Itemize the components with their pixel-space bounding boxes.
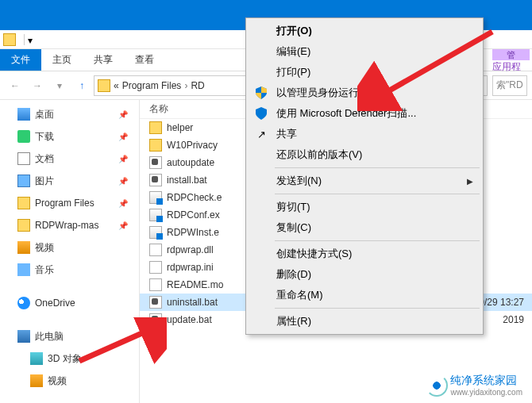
sidebar-item[interactable]: Program Files📌 (0, 192, 139, 214)
sidebar-item-label: 桌面 (35, 108, 114, 121)
folder-icon (149, 121, 162, 134)
tab-home[interactable]: 主页 (41, 49, 83, 71)
bat-icon (149, 296, 162, 309)
pin-icon: 📌 (118, 177, 128, 186)
sidebar-item-label: OneDrive (35, 297, 139, 309)
menu-item[interactable]: 还原以前的版本(V) (248, 144, 481, 165)
exe-icon (149, 226, 162, 239)
folder-icon (17, 197, 30, 209)
sidebar-item-label: 视频 (48, 374, 139, 388)
menu-item[interactable]: 属性(R) (248, 311, 481, 332)
video-icon (30, 374, 43, 387)
menu-item[interactable]: 剪切(T) (248, 197, 481, 217)
menu-item[interactable]: 使用 Microsoft Defender扫描... (248, 103, 481, 124)
sidebar-item-label: 3D 对象 (48, 352, 139, 366)
menu-item[interactable]: 打开(O) (248, 21, 481, 41)
file-tab[interactable]: 文件 (0, 49, 41, 71)
file-name: update.bat (167, 314, 212, 325)
dll-icon (149, 244, 162, 256)
chevron-right-icon: ▶ (467, 177, 473, 186)
video-icon (17, 241, 30, 254)
file-name: helper (167, 122, 193, 133)
menu-item-label: 属性(R) (276, 314, 311, 328)
recent-dropdown[interactable]: ▾ (49, 75, 70, 96)
breadcrumb-part[interactable]: RD (191, 80, 204, 91)
txt-icon (149, 261, 162, 274)
menu-item[interactable]: 编辑(E) (248, 41, 481, 62)
file-name: uninstall.bat (167, 297, 218, 308)
exe-icon (149, 209, 162, 221)
chevron-right-icon[interactable]: › (184, 80, 187, 91)
menu-item[interactable]: 重命名(M) (248, 285, 481, 305)
doc-icon (17, 152, 30, 165)
breadcrumb-prefix: « (114, 80, 119, 91)
sidebar-item[interactable]: 3D 对象 (0, 347, 139, 370)
pin-icon: 📌 (118, 110, 128, 119)
shield-icon (254, 86, 268, 100)
tab-share[interactable]: 共享 (83, 49, 124, 71)
search-input[interactable]: 索"RD (492, 75, 527, 96)
txt-icon (149, 278, 162, 291)
menu-item-label: 使用 Microsoft Defender扫描... (276, 106, 416, 121)
menu-item-label: 打印(P) (276, 65, 310, 79)
share-icon: ↗ (254, 127, 268, 141)
file-name: RDPCheck.e (167, 192, 222, 203)
menu-item[interactable]: ↗共享 (248, 124, 481, 144)
menu-item[interactable]: 发送到(N)▶ (248, 171, 481, 191)
file-name: install.bat (167, 175, 207, 186)
watermark-text: 纯净系统家园 (450, 374, 522, 388)
sidebar-item-label: 文档 (35, 152, 114, 166)
back-button[interactable]: ← (5, 75, 25, 96)
sidebar-thispc[interactable]: 此电脑 (0, 325, 139, 347)
folder-icon (149, 139, 162, 152)
file-name: autoupdate (167, 157, 214, 168)
menu-separator (275, 240, 480, 241)
sidebar-item[interactable]: 音乐 (0, 259, 139, 281)
sidebar-item[interactable]: 桌面📌 (0, 103, 139, 125)
folder-icon (98, 79, 110, 92)
sidebar-item[interactable]: 视频 (0, 236, 139, 259)
context-menu: 打开(O)编辑(E)打印(P)以管理员身份运行(A)使用 Microsoft D… (245, 17, 484, 335)
menu-item[interactable]: 以管理员身份运行(A) (248, 83, 481, 103)
qat-dropdown-icon[interactable]: ▾ (28, 35, 37, 44)
sidebar-item[interactable]: 图片📌 (0, 170, 139, 192)
menu-item[interactable]: 删除(D) (248, 264, 481, 285)
file-name: rdpwrap.dll (167, 244, 214, 255)
bat-icon (149, 174, 162, 186)
exe-icon (149, 191, 162, 204)
nav-pane: 桌面📌下载📌文档📌图片📌Program Files📌RDPWrap-mas📌视频… (0, 100, 140, 403)
sidebar-item[interactable]: RDPWrap-mas📌 (0, 214, 139, 236)
menu-item-label: 重命名(M) (276, 288, 323, 302)
menu-item-label: 共享 (276, 127, 297, 141)
tab-app-tools[interactable]: 应用程 (481, 60, 532, 74)
pin-icon: 📌 (118, 221, 128, 230)
tab-view[interactable]: 查看 (124, 49, 165, 71)
forward-button[interactable]: → (27, 75, 48, 96)
menu-item[interactable]: 复制(C) (248, 217, 481, 238)
file-name: RDPConf.ex (167, 209, 220, 221)
sidebar-onedrive[interactable]: OneDrive (0, 292, 139, 314)
menu-item-label: 剪切(T) (276, 200, 310, 214)
up-button[interactable]: ↑ (71, 75, 92, 96)
pic-icon (17, 175, 30, 187)
watermark-logo-icon (428, 377, 445, 394)
obj3d-icon (30, 352, 43, 365)
breadcrumb-part[interactable]: Program Files (122, 80, 182, 91)
sidebar-item[interactable]: 视频 (0, 370, 139, 392)
folder-icon (3, 33, 16, 46)
menu-item[interactable]: 打印(P) (248, 62, 481, 83)
sidebar-item[interactable]: 下载📌 (0, 125, 139, 148)
sidebar-item[interactable]: 文档📌 (0, 148, 139, 170)
sidebar-item-label: RDPWrap-mas (35, 220, 114, 231)
sidebar-item-label: 视频 (35, 241, 139, 255)
menu-item-label: 编辑(E) (276, 44, 310, 59)
onedrive-icon (17, 297, 30, 309)
sidebar-item-label: 音乐 (35, 263, 139, 277)
music-icon (17, 263, 30, 276)
bat-icon (149, 313, 162, 326)
menu-item[interactable]: 创建快捷方式(S) (248, 244, 481, 264)
pin-icon: 📌 (118, 155, 128, 163)
menu-item-label: 以管理员身份运行(A) (276, 86, 372, 100)
separator (24, 34, 25, 45)
pin-icon: 📌 (118, 199, 128, 208)
